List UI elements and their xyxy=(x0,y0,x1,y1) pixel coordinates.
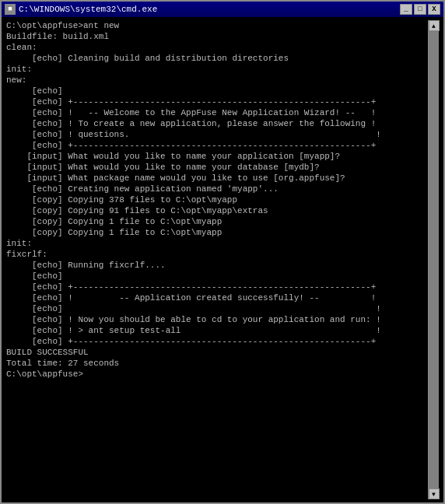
console-line: C:\opt\appfuse> xyxy=(6,369,428,380)
scrollbar[interactable]: ▲ ▼ xyxy=(428,20,439,499)
console-line: C:\opt\appfuse>ant new xyxy=(6,20,428,31)
window-frame: ■ C:\WINDOWS\system32\cmd.exe _ □ X C:\o… xyxy=(0,0,445,504)
console-line: [echo] ! > ant setup test-all ! xyxy=(6,325,428,336)
console-line: [echo] xyxy=(6,86,428,96)
console-line: [echo] +--------------------------------… xyxy=(6,140,428,151)
console-line: [echo] Running fixcrlf.... xyxy=(6,260,428,271)
console-line: init: xyxy=(6,238,428,249)
console-line: [copy] Copying 1 file to C:\opt\myapp xyxy=(6,216,428,227)
console-line: [echo] +--------------------------------… xyxy=(6,96,428,107)
maximize-button[interactable]: □ xyxy=(414,4,426,15)
cmd-icon: ■ xyxy=(5,4,16,15)
console-line: [input] What would you like to name your… xyxy=(6,151,428,162)
console-line: fixcrlf: xyxy=(6,249,428,260)
window-title: C:\WINDOWS\system32\cmd.exe xyxy=(19,5,157,14)
console-line: BUILD SUCCESSFUL xyxy=(6,347,428,358)
console-line: [copy] Copying 1 file to C:\opt\myapp xyxy=(6,227,428,238)
console-line: [echo] ! questions. ! xyxy=(6,129,428,140)
console-line: init: xyxy=(6,64,428,75)
console-line: Buildfile: build.xml xyxy=(6,31,428,42)
console-line: [input] What package name would you like… xyxy=(6,173,428,184)
console-line: [echo] xyxy=(6,271,428,282)
console-area: C:\opt\appfuse>ant newBuildfile: build.x… xyxy=(2,17,443,502)
scroll-up-button[interactable]: ▲ xyxy=(429,20,440,31)
console-line: [echo] +--------------------------------… xyxy=(6,336,428,347)
console-line: new: xyxy=(6,75,428,86)
console-line: [echo] ! Now you should be able to cd to… xyxy=(6,314,428,325)
title-buttons: _ □ X xyxy=(400,4,440,15)
console-line: Total time: 27 seconds xyxy=(6,358,428,369)
console-line: [copy] Copying 91 files to C:\opt\myapp\… xyxy=(6,205,428,216)
console-line: [input] What would you like to name your… xyxy=(6,162,428,173)
console-line: [echo] ! xyxy=(6,303,428,314)
console-content: C:\opt\appfuse>ant newBuildfile: build.x… xyxy=(6,20,428,499)
console-line: [echo] +--------------------------------… xyxy=(6,282,428,292)
title-bar: ■ C:\WINDOWS\system32\cmd.exe _ □ X xyxy=(2,2,443,17)
title-bar-left: ■ C:\WINDOWS\system32\cmd.exe xyxy=(5,4,157,15)
console-line: clean: xyxy=(6,42,428,53)
console-line: [echo] ! -- Application created successf… xyxy=(6,292,428,303)
close-button[interactable]: X xyxy=(428,4,440,15)
console-line: [echo] Creating new application named 'm… xyxy=(6,184,428,194)
scrollbar-track[interactable] xyxy=(429,31,439,488)
console-line: [echo] ! To create a new application, pl… xyxy=(6,118,428,129)
minimize-button[interactable]: _ xyxy=(400,4,412,15)
scroll-down-button[interactable]: ▼ xyxy=(429,488,440,499)
console-line: [echo] Cleaning build and distribution d… xyxy=(6,53,428,64)
console-line: [copy] Copying 378 files to C:\opt\myapp xyxy=(6,194,428,205)
console-line: [echo] ! -- Welcome to the AppFuse New A… xyxy=(6,107,428,118)
